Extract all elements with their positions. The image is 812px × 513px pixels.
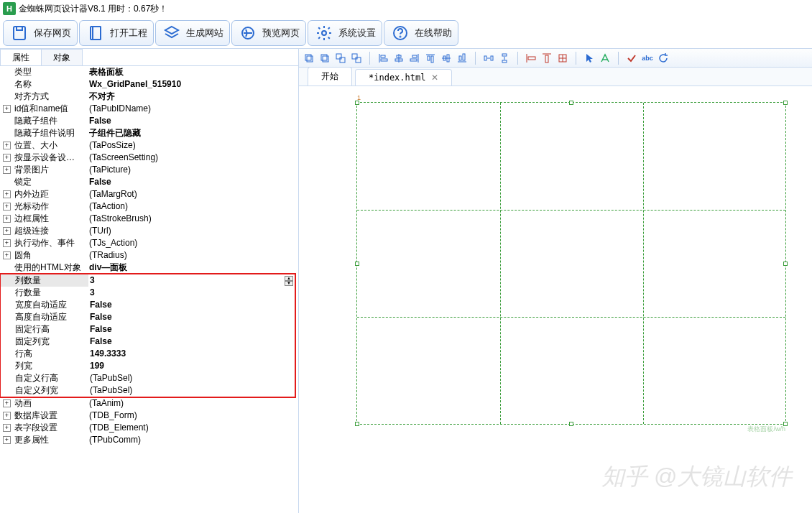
prop-row[interactable]: 类型表格面板 — [0, 66, 298, 78]
prop-row[interactable]: 行数量3 — [1, 287, 295, 299]
prop-row[interactable]: +位置、大小(TaPosSize) — [0, 139, 298, 152]
prop-value[interactable]: (TDB_Form) — [88, 410, 298, 422]
prop-row[interactable]: 名称Wx_GridPanel_515910 — [0, 78, 298, 91]
align-center-h[interactable] — [392, 51, 406, 65]
spinner[interactable]: ▲▼ — [285, 276, 293, 286]
expand-icon[interactable]: + — [3, 190, 11, 198]
prop-value[interactable]: (TaStrokeBrush) — [88, 213, 298, 225]
prop-row[interactable]: +背景图片(TaPicture) — [0, 164, 298, 176]
dist-btn-1[interactable] — [481, 51, 496, 65]
tab-objects[interactable]: 对象 — [41, 49, 83, 65]
prop-row[interactable]: 隐藏子组件False — [0, 115, 298, 127]
tab-start[interactable]: 开始 — [308, 67, 352, 86]
settings-button[interactable]: 系统设置 — [308, 20, 382, 46]
prop-row[interactable]: +按显示设备设…(TaScreenSetting) — [0, 152, 298, 164]
preview-page-button[interactable]: 预览网页 — [231, 20, 306, 46]
size-btn-1[interactable] — [524, 51, 538, 65]
tool-cursor[interactable] — [582, 51, 596, 65]
prop-row[interactable]: 列数量3▲▼ — [1, 274, 295, 287]
prop-value[interactable]: (TaPubSel) — [88, 384, 295, 397]
tool-abc[interactable]: abc — [640, 51, 655, 65]
prop-value[interactable]: False — [88, 336, 295, 348]
help-button[interactable]: 在线帮助 — [384, 20, 458, 46]
save-page-button[interactable]: 保存网页 — [3, 20, 78, 46]
prop-row[interactable]: 隐藏子组件说明子组件已隐藏 — [0, 127, 298, 139]
prop-value[interactable]: 子组件已隐藏 — [88, 127, 298, 139]
close-icon[interactable]: ✕ — [431, 73, 438, 83]
expand-icon[interactable]: + — [3, 239, 11, 247]
prop-row[interactable]: +执行动作、事件(TJs_Action) — [0, 237, 298, 249]
prop-row[interactable]: +边框属性(TaStrokeBrush) — [0, 213, 298, 225]
tab-index[interactable]: *index.html ✕ — [355, 69, 452, 86]
prop-row[interactable]: +圆角(TRadius) — [0, 249, 298, 262]
expand-icon[interactable]: + — [3, 251, 11, 259]
size-btn-2[interactable] — [540, 51, 554, 65]
prop-value[interactable]: Wx_GridPanel_515910 — [88, 78, 298, 91]
dist-btn-2[interactable] — [497, 51, 512, 65]
property-grid[interactable]: 类型表格面板名称Wx_GridPanel_515910对齐方式不对齐+id值和n… — [0, 66, 298, 513]
tool-check[interactable] — [624, 51, 639, 65]
prop-value[interactable]: (TaMargRot) — [88, 188, 298, 200]
tool-text[interactable] — [598, 51, 612, 65]
prop-value[interactable]: (TUrl) — [88, 225, 298, 237]
align-bottom[interactable] — [455, 51, 469, 65]
prop-value[interactable]: (TRadius) — [88, 249, 298, 262]
prop-value[interactable]: (TaPubIDName) — [88, 103, 298, 115]
prop-value[interactable]: (TaAnim) — [88, 397, 298, 410]
layer-btn-4[interactable] — [349, 51, 364, 65]
prop-row[interactable]: 使用的HTML对象div—面板 — [0, 262, 298, 274]
canvas[interactable]: 表格面板/w/h 知乎 @大镜山软件 — [299, 86, 812, 513]
prop-value[interactable]: 3 — [88, 274, 285, 287]
expand-icon[interactable]: + — [3, 412, 11, 420]
prop-row[interactable]: 高度自动适应False — [1, 311, 295, 323]
align-left[interactable] — [376, 51, 390, 65]
prop-row[interactable]: 自定义列宽(TaPubSel) — [1, 384, 295, 397]
layer-btn-2[interactable] — [318, 51, 332, 65]
expand-icon[interactable]: + — [3, 142, 11, 149]
layer-btn-3[interactable] — [333, 51, 348, 65]
prop-value[interactable]: 199 — [88, 360, 295, 372]
prop-row[interactable]: +光标动作(TaAction) — [0, 200, 298, 213]
prop-row[interactable]: 锁定False — [0, 176, 298, 188]
prop-value[interactable]: False — [88, 323, 295, 336]
align-right[interactable] — [407, 51, 422, 65]
prop-value[interactable]: (TaScreenSetting) — [88, 152, 298, 164]
expand-icon[interactable]: + — [3, 105, 11, 113]
tool-refresh[interactable] — [656, 51, 670, 65]
expand-icon[interactable]: + — [3, 424, 11, 432]
generate-site-button[interactable]: 生成网站 — [155, 20, 230, 46]
prop-value[interactable]: (TaPubSel) — [88, 372, 295, 384]
prop-value[interactable]: (TaPicture) — [88, 164, 298, 176]
prop-value[interactable]: (TaAction) — [88, 200, 298, 213]
tab-attributes[interactable]: 属性 — [0, 49, 42, 65]
prop-row[interactable]: 宽度自动适应False — [1, 299, 295, 311]
expand-icon[interactable]: + — [3, 227, 11, 235]
prop-row[interactable]: +内外边距(TaMargRot) — [0, 188, 298, 200]
layer-btn-1[interactable] — [302, 51, 316, 65]
prop-value[interactable]: (TPubComm) — [88, 434, 298, 446]
prop-row[interactable]: 固定列宽False — [1, 336, 295, 348]
prop-value[interactable]: 149.3333 — [88, 348, 295, 360]
open-project-button[interactable]: 打开工程 — [79, 20, 154, 46]
prop-value[interactable]: False — [88, 311, 295, 323]
prop-row[interactable]: +数据库设置(TDB_Form) — [0, 410, 298, 422]
expand-icon[interactable]: + — [3, 399, 11, 407]
expand-icon[interactable]: + — [3, 215, 11, 223]
prop-row[interactable]: +动画(TaAnim) — [0, 397, 298, 410]
prop-value[interactable]: 3 — [88, 287, 295, 299]
size-btn-3[interactable] — [555, 51, 570, 65]
prop-row[interactable]: 自定义行高(TaPubSel) — [1, 372, 295, 384]
prop-value[interactable]: False — [88, 176, 298, 188]
prop-value[interactable]: 不对齐 — [88, 91, 298, 103]
prop-row[interactable]: 固定行高False — [1, 323, 295, 336]
prop-row[interactable]: 行高149.3333 — [1, 348, 295, 360]
expand-icon[interactable]: + — [3, 166, 11, 174]
prop-value[interactable]: False — [88, 115, 298, 127]
prop-value[interactable]: (TDB_Element) — [88, 422, 298, 434]
align-center-v[interactable] — [439, 51, 453, 65]
prop-row[interactable]: +表字段设置(TDB_Element) — [0, 422, 298, 434]
prop-row[interactable]: +更多属性(TPubComm) — [0, 434, 298, 446]
prop-row[interactable]: 对齐方式不对齐 — [0, 91, 298, 103]
expand-icon[interactable]: + — [3, 436, 11, 444]
prop-value[interactable]: 表格面板 — [88, 66, 298, 78]
